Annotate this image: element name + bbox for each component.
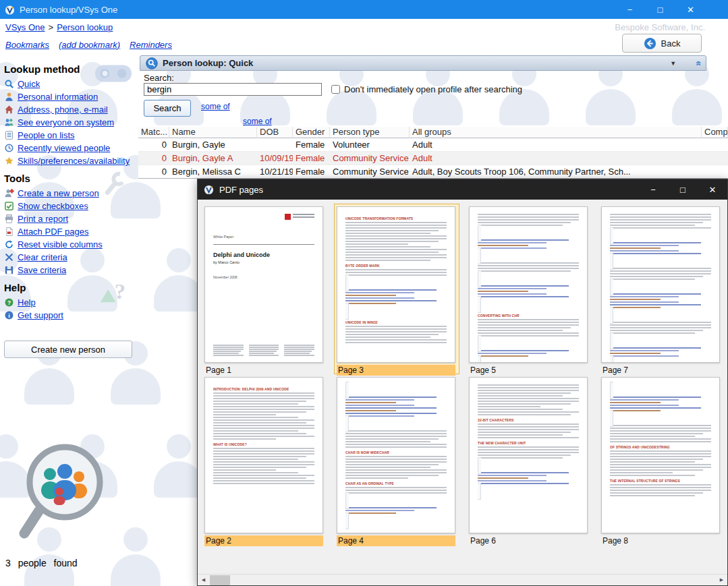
cover-date: November 2008 <box>213 275 314 279</box>
dont-open-profile-option[interactable]: Don't immediately open profile after sea… <box>331 84 522 94</box>
pdf-maximize-icon[interactable]: □ <box>668 179 698 200</box>
text-line <box>478 353 547 354</box>
text-line <box>610 227 711 229</box>
text-line <box>610 296 679 297</box>
cell-dob: 10/09/1953 <box>257 152 293 165</box>
maximize-icon[interactable]: □ <box>645 0 675 19</box>
text-line <box>478 398 579 399</box>
text-line <box>478 434 563 436</box>
text-line <box>478 426 579 428</box>
sidebar-item-personal-information[interactable]: Personal information <box>0 90 138 103</box>
text-line <box>284 345 314 346</box>
sidebar-item-label: People on lists <box>18 130 75 140</box>
body-text-lines <box>478 446 579 459</box>
pdf-page-cell-5[interactable]: Converting with Chr Page 5 <box>466 204 592 374</box>
pdf-thumbnail-grid: White Paper Delphi and Unicode by Marco … <box>198 200 727 574</box>
text-line <box>345 225 447 226</box>
pdf-page-cell-2-selected[interactable]: Introduction: Delphi 2009 and Unicode Wh… <box>202 374 327 545</box>
panel-menu-arrow-icon[interactable]: ▼ <box>670 60 676 67</box>
sidebar-item-attach-pdf-pages[interactable]: Attach PDF pages <box>0 225 138 238</box>
text-line <box>345 292 414 293</box>
scroll-right-icon[interactable]: ▶ <box>716 575 727 585</box>
table-row[interactable]: 0 Bergin, Melissa C 10/21/1973 Female Co… <box>138 165 728 179</box>
text-line <box>610 475 695 476</box>
pdf-page-cell-4-selected[interactable]: Char Is Now WideChar Char as an Ordinal … <box>334 374 459 545</box>
results-table: Matc... Name DOB Gender Person type All … <box>138 127 728 179</box>
column-header-person-type[interactable]: Person type <box>330 127 410 138</box>
back-label: Back <box>661 38 681 49</box>
pdf-page-cell-7[interactable]: Page 7 <box>598 204 724 374</box>
lookup-panel-header[interactable]: Person lookup: Quick ▼ » <box>140 55 706 71</box>
reminders-link[interactable]: Reminders <box>130 40 172 50</box>
some-of-link[interactable]: some of <box>201 102 230 111</box>
column-header-name[interactable]: Name <box>169 127 257 138</box>
sidebar-item-see-everyone[interactable]: See everyone on system <box>0 116 138 129</box>
column-header-all-groups[interactable]: All groups <box>410 127 702 138</box>
text-line <box>345 233 430 234</box>
scroll-left-icon[interactable]: ◀ <box>198 575 209 585</box>
pdf-page-cell-3-selected[interactable]: Unicode Transformation Formats Byte Orde… <box>334 204 459 374</box>
body-text-lines <box>213 392 314 440</box>
text-line <box>478 395 563 397</box>
table-row[interactable]: 0 Burgin, Gayle Female Volunteer Adult <box>138 138 728 152</box>
search-input[interactable] <box>144 83 322 96</box>
dont-open-profile-checkbox[interactable] <box>331 85 340 94</box>
text-line <box>478 268 579 269</box>
text-line <box>478 406 540 407</box>
text-line <box>478 288 547 289</box>
pdf-page-cell-8[interactable]: Of Strings and UnicodeString The Interna… <box>598 374 724 545</box>
sidebar-item-reset-columns[interactable]: Reset visible columns <box>0 238 138 251</box>
minimize-icon[interactable]: − <box>615 0 645 19</box>
pdf-dialog-titlebar[interactable]: PDF pages − □ ✕ <box>198 179 727 200</box>
text-line <box>213 472 298 473</box>
collapse-chevrons-icon[interactable]: » <box>692 61 703 66</box>
pdf-page-thumbnail: Introduction: Delphi 2009 and Unicode Wh… <box>204 377 323 533</box>
search-button[interactable]: Search <box>144 100 191 117</box>
text-line <box>610 304 701 305</box>
text-line <box>478 449 579 450</box>
pdf-page-caption: Page 4 <box>337 535 455 546</box>
gamepad-watermark-icon <box>94 61 133 89</box>
bookmarks-link[interactable]: Bookmarks <box>5 40 49 50</box>
code-block <box>345 492 447 529</box>
back-button[interactable]: Back <box>622 34 702 53</box>
add-bookmark-link[interactable]: (add bookmark) <box>59 40 120 50</box>
table-row-highlighted[interactable]: 0 Burgin, Gayle A 10/09/1953 Female Comm… <box>138 152 728 165</box>
horizontal-scrollbar[interactable]: ◀ ▶ <box>198 574 727 585</box>
window-controls: − □ ✕ <box>615 0 728 19</box>
code-block <box>610 332 711 363</box>
pdf-minimize-icon[interactable]: − <box>638 179 668 200</box>
window-titlebar[interactable]: Person lookup/VSys One − □ ✕ <box>0 0 728 19</box>
create-new-person-button[interactable]: Create new person <box>4 341 132 358</box>
text-line <box>213 433 306 434</box>
scrollbar-thumb[interactable] <box>210 575 230 585</box>
vsys-logo-icon <box>204 185 214 195</box>
sidebar-item-address-phone-email[interactable]: Address, phone, e-mail <box>0 103 138 116</box>
close-icon[interactable]: ✕ <box>675 0 706 19</box>
text-line <box>284 349 314 350</box>
text-line <box>610 397 701 398</box>
breadcrumb-vsys-one[interactable]: VSys One <box>5 22 45 32</box>
text-line <box>345 342 447 343</box>
publisher-logo <box>213 214 314 220</box>
house-icon <box>4 105 14 115</box>
column-header-gender[interactable]: Gender <box>293 127 330 138</box>
sidebar-item-recently-viewed[interactable]: Recently viewed people <box>0 142 138 154</box>
sidebar-item-get-support[interactable]: i Get support <box>0 309 138 322</box>
column-header-match[interactable]: Matc... <box>138 127 169 138</box>
sidebar-item-clear-criteria[interactable]: Clear criteria <box>0 251 138 264</box>
sidebar-item-save-criteria[interactable]: Save criteria <box>0 264 138 276</box>
text-line <box>610 399 679 401</box>
pdf-page-cell-1[interactable]: White Paper Delphi and Unicode by Marco … <box>202 204 327 374</box>
text-line <box>345 339 447 341</box>
some-of-link-2[interactable]: some of <box>243 117 272 126</box>
breadcrumb-person-lookup[interactable]: Person lookup <box>57 22 113 32</box>
column-header-comp[interactable]: Comp... <box>702 127 728 138</box>
sidebar-item-print-report[interactable]: Print a report <box>0 212 138 225</box>
sidebar-item-skills-preferences[interactable]: Skills/preferences/availability <box>0 154 138 167</box>
column-header-dob[interactable]: DOB <box>257 127 293 138</box>
footer-column <box>249 345 279 357</box>
pdf-close-icon[interactable]: ✕ <box>698 179 727 200</box>
sidebar-item-people-on-lists[interactable]: People on lists <box>0 129 138 142</box>
pdf-page-cell-6[interactable]: 32-bit Characters The New Character Unit… <box>466 374 592 545</box>
